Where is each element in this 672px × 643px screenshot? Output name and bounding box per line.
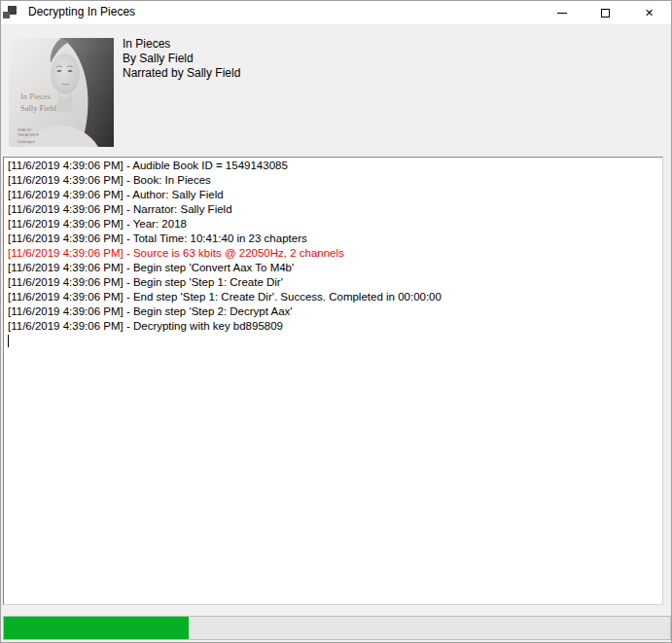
log-line: [11/6/2019 4:39:06 PM] - Year: 2018 — [8, 217, 660, 232]
log-line: [11/6/2019 4:39:06 PM] - Audible Book ID… — [8, 159, 660, 173]
book-cover-image: In Pieces Sally Field READ BY THE AUTHOR… — [9, 38, 114, 147]
close-icon: ✕ — [645, 8, 654, 18]
cover-edition-text: Unabridged — [18, 140, 35, 144]
cover-readby-line2: THE AUTHOR — [18, 133, 39, 137]
minimize-icon — [557, 13, 567, 14]
log-line: [11/6/2019 4:39:06 PM] - Begin step 'Ste… — [8, 304, 660, 319]
book-cover-art: In Pieces Sally Field READ BY THE AUTHOR… — [9, 38, 114, 147]
book-title: In Pieces — [123, 37, 240, 52]
titlebar[interactable]: Decrypting In Pieces ✕ — [1, 1, 671, 24]
book-author: By Sally Field — [123, 52, 240, 66]
log-lines: [11/6/2019 4:39:06 PM] - Audible Book ID… — [8, 159, 660, 334]
app-icon — [3, 6, 17, 19]
cover-author-text: Sally Field — [20, 103, 57, 113]
window-controls: ✕ — [540, 1, 671, 24]
book-narrator: Narrated by Sally Field — [123, 66, 240, 81]
log-line: [11/6/2019 4:39:06 PM] - Narrator: Sally… — [8, 202, 660, 217]
maximize-button[interactable] — [584, 1, 627, 24]
log-line: [11/6/2019 4:39:06 PM] - Begin step 'Ste… — [8, 275, 660, 290]
window-title: Decrypting In Pieces — [28, 5, 135, 18]
log-line: [11/6/2019 4:39:06 PM] - End step 'Step … — [8, 290, 660, 304]
text-caret — [8, 335, 9, 347]
book-info: In Pieces By Sally Field Narrated by Sal… — [123, 37, 240, 81]
log-line: [11/6/2019 4:39:06 PM] - Decrypting with… — [8, 319, 660, 334]
cover-title-text: In Pieces — [20, 91, 51, 101]
log-line: [11/6/2019 4:39:06 PM] - Total Time: 10:… — [8, 232, 660, 246]
app-window: Decrypting In Pieces ✕ — [0, 0, 672, 643]
cover-readby-line1: READ BY — [18, 128, 33, 132]
log-line: [11/6/2019 4:39:06 PM] - Book: In Pieces — [8, 173, 660, 188]
app-icon-square-small — [3, 12, 10, 18]
maximize-icon — [601, 9, 610, 18]
log-line: [11/6/2019 4:39:06 PM] - Author: Sally F… — [8, 188, 660, 202]
minimize-button[interactable] — [540, 1, 584, 24]
log-line: [11/6/2019 4:39:06 PM] - Source is 63 kb… — [8, 246, 660, 261]
log-line: [11/6/2019 4:39:06 PM] - Begin step 'Con… — [8, 261, 660, 275]
log-textbox[interactable]: [11/6/2019 4:39:06 PM] - Audible Book ID… — [3, 157, 663, 605]
close-button[interactable]: ✕ — [627, 1, 671, 24]
progress-fill — [4, 617, 189, 639]
progress-bar — [3, 616, 671, 640]
